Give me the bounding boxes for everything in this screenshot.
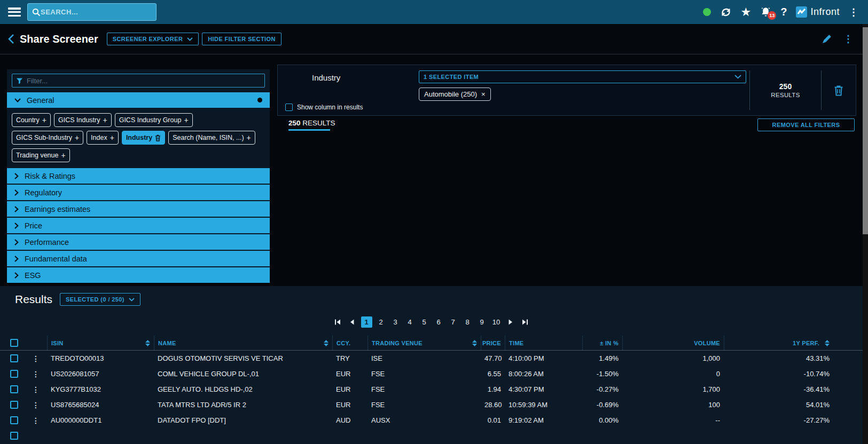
header-price[interactable]: PRICE [481,336,505,350]
header-isin[interactable]: ISIN [47,336,154,350]
global-search[interactable] [27,3,157,21]
page-button-3[interactable]: 3 [390,316,401,328]
first-page-button[interactable] [332,316,343,328]
chip-index[interactable]: Index+ [87,131,119,145]
cell-isin: KYG3777B1032 [47,385,154,393]
hide-filter-section-button[interactable]: HIDE FILTER SECTION [202,33,281,45]
show-column-checkbox[interactable]: Show column in results [285,104,363,111]
chip-gics-industry-group[interactable]: GICS Industry Group+ [115,113,193,127]
page-button-10[interactable]: 10 [491,316,502,328]
screener-explorer-dropdown[interactable]: SCREENER EXPLORER [107,33,199,45]
chip-gics-industry[interactable]: GICS Industry+ [54,113,112,127]
filter-search-field[interactable] [12,74,265,88]
back-button[interactable] [7,34,14,44]
section-fundamental-data[interactable]: Fundamental data [7,251,270,266]
section-price[interactable]: Price [7,218,270,233]
remove-all-filters-button[interactable]: REMOVE ALL FILTERS [757,118,855,131]
filter-input[interactable] [27,77,261,85]
page-button-6[interactable]: 6 [433,316,444,328]
cell-name: COML VEHICLE GROUP DL-,01 [154,370,332,378]
search-input[interactable] [41,8,152,16]
row-checkbox[interactable] [6,401,27,409]
menu-icon[interactable] [8,7,21,17]
search-icon [32,8,41,17]
table-row[interactable]: ⋮ KYG3777B1032 GEELY AUTO. HLDGS HD-,02 … [0,382,863,397]
table-row[interactable]: ⋮ AU000000DDT1 DATADOT FPO [DDT] AUD AUS… [0,413,863,428]
automobile-chip[interactable]: Automobile (250) × [419,88,491,101]
filter-panel: General Country+ GICS Industry+ GICS Ind… [7,69,270,275]
section-performance[interactable]: Performance [7,234,270,250]
row-menu-icon[interactable]: ⋮ [27,401,47,409]
edit-pencil-icon[interactable] [822,34,832,44]
cell-perf: 54.01% [724,401,833,409]
checkbox-icon[interactable] [285,104,293,111]
table-row-partial[interactable] [0,428,863,443]
header-volume[interactable]: VOLUME [622,336,724,350]
cell-volume: 100 [622,401,724,409]
row-checkbox[interactable] [6,354,27,362]
header-change-pct[interactable]: ± IN % [582,336,622,350]
header-time[interactable]: TIME [505,336,582,350]
overflow-menu-icon[interactable]: ⋮ [849,7,858,17]
cell-name: GEELY AUTO. HLDGS HD-,02 [154,385,332,393]
notifications-bell-icon[interactable]: 13 [760,6,771,18]
row-checkbox[interactable] [6,370,27,378]
header-trading-venue[interactable]: TRADING VENUE [367,336,481,350]
table-row[interactable]: ⋮ US2026081057 COML VEHICLE GROUP DL-,01… [0,366,863,382]
cell-time: 8:00:26 AM [505,370,582,378]
header-ccy[interactable]: CCY. [332,336,367,350]
row-menu-icon[interactable]: ⋮ [27,354,47,363]
active-tab-underline [288,129,330,131]
results-count-tab: 250 RESULTS [288,119,335,131]
cell-perf: -10.74% [724,370,833,378]
row-menu-icon[interactable]: ⋮ [27,370,47,378]
row-menu-icon[interactable]: ⋮ [27,385,47,394]
trash-icon[interactable] [155,134,161,141]
chip-gics-sub-industry[interactable]: GICS Sub-Industry+ [12,131,83,145]
refresh-icon[interactable] [720,6,732,18]
page-button-9[interactable]: 9 [476,316,488,328]
page-button-4[interactable]: 4 [404,316,416,328]
page-button-8[interactable]: 8 [462,316,473,328]
chip-industry-selected[interactable]: Industry [122,131,165,145]
remove-chip-icon[interactable]: × [481,90,486,98]
last-page-button[interactable] [520,316,531,328]
prev-page-button[interactable] [347,316,358,328]
cell-change: -0.27% [582,385,622,393]
page-button-2[interactable]: 2 [376,316,387,328]
cell-time: 10:59:39 AM [505,401,582,409]
header-1y-perf[interactable]: 1Y PERF. [724,336,833,350]
row-checkbox[interactable] [6,432,27,440]
row-checkbox[interactable] [6,385,27,393]
next-page-button[interactable] [505,316,517,328]
row-menu-icon[interactable]: ⋮ [27,416,47,425]
select-all-checkbox[interactable] [6,336,27,350]
row-checkbox[interactable] [6,416,27,424]
section-risk-ratings[interactable]: Risk & Ratings [7,168,270,184]
row-menu-column [27,336,47,350]
page-button-7[interactable]: 7 [448,316,459,328]
cell-ccy: EUR [332,401,367,409]
page-button-1[interactable]: 1 [361,316,372,328]
page-button-5[interactable]: 5 [419,316,430,328]
table-row[interactable]: ⋮ US8765685024 TATA MTRS LTD ADR/5 IR 2 … [0,397,863,413]
vertical-scrollbar[interactable] [863,24,868,444]
favorites-star-icon[interactable]: ★ [741,6,752,18]
section-general[interactable]: General [7,92,270,108]
help-icon[interactable]: ? [780,6,787,18]
toolbar-overflow-icon[interactable]: ⋮ [843,34,853,44]
table-row[interactable]: ⋮ TREDOTO00013 DOGUS OTOMOTIV SERVIS VE … [0,351,863,366]
selected-rows-dropdown[interactable]: SELECTED (0 / 250) [60,293,140,306]
cell-perf: -27.27% [724,416,833,424]
cell-volume: 1,700 [622,385,724,393]
header-name[interactable]: NAME [154,336,332,350]
section-esg[interactable]: ESG [7,267,270,283]
delete-filter-button[interactable] [822,65,856,115]
section-regulatory[interactable]: Regulatory [7,185,270,200]
chip-trading-venue[interactable]: Trading venue+ [12,148,70,162]
scrollbar-thumb[interactable] [863,27,868,234]
industry-selected-dropdown[interactable]: 1 SELECTED ITEM [419,70,746,83]
section-earnings-estimates[interactable]: Earnings estimates [7,201,270,217]
chip-search-name-isin[interactable]: Search (Name, ISIN, ...)+ [168,131,255,145]
chip-country[interactable]: Country+ [12,113,51,127]
